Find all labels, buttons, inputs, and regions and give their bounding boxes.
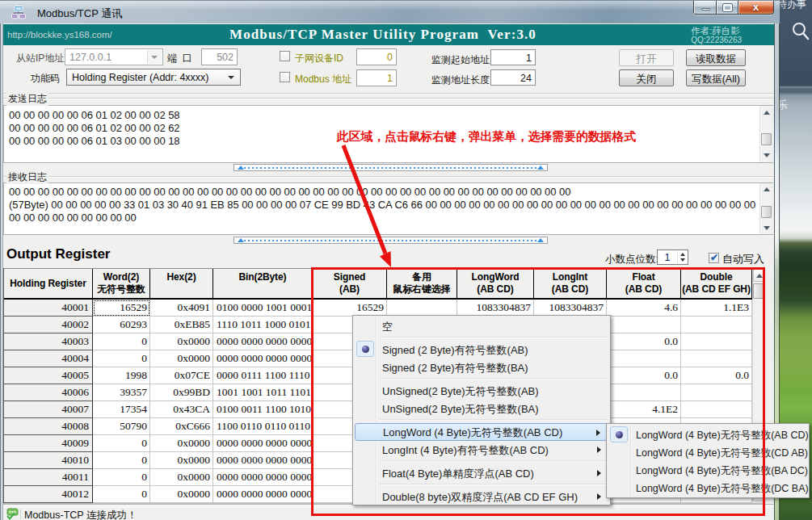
column-header[interactable]: Hex(2) — [150, 269, 213, 299]
auto-write-checkbox[interactable]: ✔ — [709, 253, 719, 263]
scroll-right-icon[interactable] — [537, 166, 544, 170]
spin-up-icon[interactable] — [680, 253, 685, 256]
table-cell[interactable]: 1001 1001 1011 1101 — [213, 384, 313, 401]
send-log-scrollbar[interactable] — [759, 106, 773, 162]
table-cell[interactable]: 0 — [93, 452, 150, 469]
table-cell[interactable]: 50790 — [93, 418, 150, 435]
write-button-label: 写数据(All) — [687, 73, 745, 86]
table-cell[interactable]: 0x0000 — [150, 350, 213, 367]
table-cell[interactable]: 0 — [93, 486, 150, 503]
column-header[interactable]: Word(2)无符号整数 — [93, 269, 150, 299]
table-cell[interactable]: 40006 — [4, 384, 93, 401]
table-cell[interactable]: 16529 — [93, 300, 150, 317]
table-cell[interactable]: 0x07CE — [150, 367, 213, 384]
table-cell[interactable]: 0 — [93, 333, 150, 350]
column-header[interactable]: Holding Register — [4, 269, 93, 299]
minimize-button[interactable] — [694, 1, 717, 14]
subnet-id-field[interactable]: 0 — [356, 48, 397, 65]
table-cell[interactable]: 40012 — [4, 486, 93, 503]
send-log-hscrollbar[interactable] — [234, 164, 548, 171]
log-line: (57Byte) 00 00 00 00 00 33 01 03 30 40 9… — [9, 199, 755, 211]
start-addr-field[interactable]: 1 — [490, 49, 536, 65]
table-cell[interactable]: 0000 0111 1100 1110 — [213, 367, 313, 384]
column-header[interactable]: Bin(2Byte) — [213, 269, 313, 299]
table-cell[interactable]: 0000 0000 0000 0000 — [213, 486, 313, 503]
receive-log-box[interactable]: 00 00 00 00 00 00 00 00 00 00 00 00 00 0… — [3, 182, 773, 235]
modbus-addr-checkbox[interactable] — [280, 72, 290, 82]
read-button-label: 读取数据 — [687, 52, 745, 66]
decimal-places-spinner[interactable]: 1 — [657, 250, 688, 265]
table-cell[interactable]: 1998 — [93, 367, 150, 384]
close-button[interactable]: x — [738, 1, 773, 14]
log-line: 00 00 00 00 00 00 00 00 00 — [9, 212, 137, 224]
scroll-up-icon[interactable] — [764, 111, 770, 115]
scroll-thumb[interactable] — [761, 133, 772, 145]
scroll-left-icon[interactable] — [238, 238, 244, 242]
scroll-thumb[interactable] — [761, 206, 772, 218]
scroll-track — [244, 167, 537, 169]
table-cell[interactable]: 0000 0000 0000 0000 — [213, 452, 313, 469]
receive-log-scrollbar[interactable] — [759, 183, 773, 234]
table-cell[interactable]: 0x0000 — [150, 469, 213, 486]
log-line: 00 00 00 00 00 06 01 02 00 00 02 58 — [9, 109, 180, 121]
table-cell[interactable]: 0xC666 — [150, 418, 213, 435]
table-cell[interactable]: 40004 — [4, 350, 93, 367]
function-value: Holding Register (Addr: 4xxxx) — [72, 72, 209, 83]
table-cell[interactable]: 17354 — [93, 401, 150, 418]
table-cell[interactable]: 39357 — [93, 384, 150, 401]
table-cell[interactable]: 40005 — [4, 367, 93, 384]
table-cell[interactable]: 0100 0000 1001 0001 — [213, 300, 313, 317]
table-cell[interactable]: 0000 0000 0000 0000 — [213, 333, 313, 350]
table-cell[interactable]: 0000 0000 0000 0000 — [213, 435, 313, 452]
scroll-left-icon[interactable] — [238, 166, 244, 170]
function-combobox[interactable]: Holding Register (Addr: 4xxxx) — [66, 69, 241, 86]
table-cell[interactable]: 0x0000 — [150, 486, 213, 503]
modbus-addr-field[interactable]: 1 — [356, 69, 397, 86]
scroll-down-icon[interactable] — [764, 153, 770, 157]
ip-combobox[interactable]: 127.0.0.1 — [65, 48, 163, 65]
receive-log-hscrollbar[interactable] — [234, 237, 548, 244]
write-data-button[interactable]: 写数据(All) — [686, 69, 746, 86]
table-cell[interactable]: 60293 — [93, 317, 150, 333]
table-cell[interactable]: 40010 — [4, 452, 93, 469]
table-cell[interactable]: 0 — [93, 435, 150, 452]
table-cell[interactable]: 1100 0110 0110 0110 — [213, 418, 313, 435]
table-cell[interactable]: 0x43CA — [150, 401, 213, 418]
table-cell[interactable]: 0100 0011 1100 1010 — [213, 401, 313, 418]
table-cell[interactable]: 40009 — [4, 435, 93, 452]
scroll-right-icon[interactable] — [537, 238, 544, 242]
table-cell[interactable]: 0x99BD — [150, 384, 213, 401]
subnet-checkbox[interactable] — [280, 51, 290, 61]
spin-down-icon[interactable] — [680, 258, 685, 262]
titlebar[interactable]: Modbus/TCP 通讯 x — [0, 0, 780, 23]
open-button[interactable]: 打开 — [619, 49, 674, 66]
table-cell[interactable]: 40011 — [4, 469, 93, 486]
output-register-title: Output Register — [6, 246, 110, 262]
port-field[interactable]: 502 — [201, 48, 238, 65]
table-cell[interactable]: 0000 0000 0000 0000 — [213, 350, 313, 367]
table-cell[interactable]: 0x0000 — [150, 435, 213, 452]
table-cell[interactable]: 0 — [93, 469, 150, 486]
read-data-button[interactable]: 读取数据 — [686, 49, 746, 66]
table-cell[interactable]: 0x4091 — [150, 300, 213, 317]
table-cell[interactable]: 40003 — [4, 333, 93, 350]
scroll-up-icon[interactable] — [764, 187, 770, 191]
table-cell[interactable]: 1110 1011 1000 0101 — [213, 317, 313, 333]
table-cell[interactable]: 0xEB85 — [150, 317, 213, 333]
table-cell[interactable]: 0 — [93, 350, 150, 367]
close-conn-button[interactable]: 关闭 — [619, 69, 674, 86]
table-cell[interactable]: 0x0000 — [150, 452, 213, 469]
table-cell[interactable]: 40002 — [4, 317, 93, 333]
search-icon[interactable] — [792, 22, 811, 44]
table-cell[interactable]: 40008 — [4, 418, 93, 435]
table-cell[interactable]: 40001 — [4, 300, 93, 317]
maximize-button[interactable] — [717, 1, 738, 14]
spinner-buttons[interactable] — [677, 251, 687, 263]
ip-label: 从站IP地址 — [16, 52, 64, 65]
table-cell[interactable]: 40007 — [4, 401, 93, 418]
ip-dropdown-button[interactable] — [147, 50, 162, 64]
table-cell[interactable]: 0000 0000 0000 0000 — [213, 469, 313, 486]
scroll-down-icon[interactable] — [764, 226, 770, 230]
addr-length-field[interactable]: 24 — [490, 69, 536, 86]
table-cell[interactable]: 0x0000 — [150, 333, 213, 350]
